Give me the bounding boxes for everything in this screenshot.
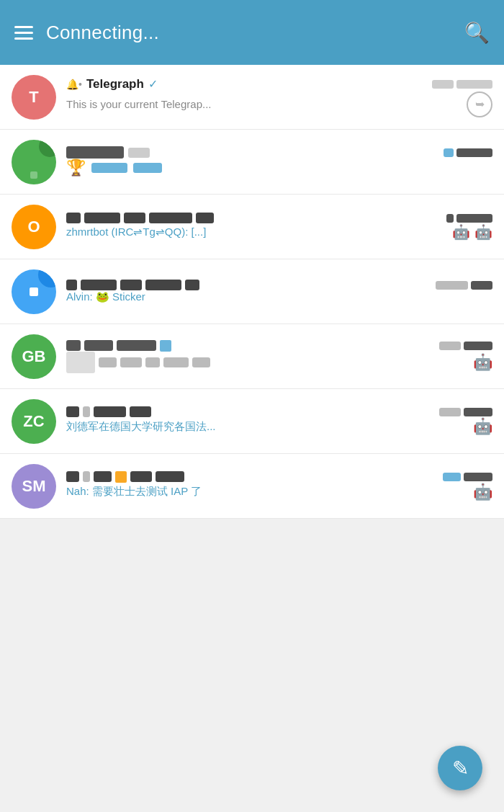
- chat-item-6[interactable]: ZC 刘德军在德: [0, 389, 504, 454]
- chat-name-telegraph: Telegraph: [86, 77, 144, 92]
- blur-4b: [81, 280, 117, 290]
- header-left: Connecting...: [14, 22, 159, 44]
- chat-content-6: 刘德军在德国大学研究各国法... 🤖: [66, 406, 492, 436]
- blur-5c: [117, 340, 156, 351]
- blur-6c: [94, 406, 126, 417]
- preview-blur-2b: [133, 163, 162, 173]
- avatar-4: [12, 269, 56, 314]
- chat-meta-6: [439, 408, 492, 416]
- chat-item-4[interactable]: Alvin: 🐸 Sticker: [0, 259, 504, 324]
- preview-blur-2a: [91, 163, 127, 173]
- bot-icon-3b: 🤖: [474, 223, 492, 241]
- chat-content-2: 🏆: [66, 146, 492, 177]
- blur-5g: [145, 357, 160, 367]
- muted-icon: 🔔•: [66, 79, 82, 90]
- chat-meta-7: [443, 473, 492, 481]
- bot-icon-7: 🤖: [473, 483, 492, 501]
- avatar-2: [12, 140, 56, 184]
- chat-meta-4: [436, 281, 492, 290]
- chat-list: T 🔔• Telegraph ✓ This is your current Te…: [0, 65, 504, 519]
- chat-content-3: zhmrtbot (IRC⇌Tg⇌QQ): [...] 🤖 🤖: [66, 213, 492, 241]
- chat-name-blurred-2b: [128, 148, 150, 158]
- blur-5h: [163, 357, 189, 367]
- chat-preview-telegraph: This is your current Telegrap...: [66, 98, 211, 110]
- blur-5a: [66, 340, 81, 351]
- avatar-6: ZC: [12, 399, 56, 444]
- chat-content-4: Alvin: 🐸 Sticker: [66, 280, 492, 303]
- blur-4d: [145, 280, 181, 290]
- blur-5b: [84, 340, 113, 351]
- blur-3d: [149, 213, 192, 223]
- flag-icon-7: [115, 471, 127, 483]
- forward-button[interactable]: ➥: [467, 92, 492, 117]
- chat-preview-6: 刘德军在德国大学研究各国法...: [66, 420, 216, 434]
- blur-5d: [160, 340, 171, 352]
- blur-3c: [124, 213, 145, 223]
- chat-meta-2: [444, 148, 492, 157]
- header-title: Connecting...: [46, 22, 159, 44]
- chat-item-2[interactable]: 🏆: [0, 130, 504, 195]
- chat-content-7: Nah: 需要壮士去测试 IAP 了 🤖: [66, 471, 492, 501]
- blur-7a: [66, 471, 79, 482]
- compose-fab[interactable]: ✎: [438, 746, 482, 790]
- bot-icon-6: 🤖: [473, 417, 492, 436]
- avatar-7: SM: [12, 464, 56, 509]
- preview-thumb-5: [66, 352, 95, 373]
- app-header: Connecting... 🔍: [0, 0, 504, 65]
- blur-3e: [196, 213, 214, 223]
- chat-item-7[interactable]: SM: [0, 454, 504, 519]
- chat-content-5: 🤖: [66, 340, 492, 373]
- chat-content-telegraph: 🔔• Telegraph ✓ This is your current Tele…: [66, 77, 492, 117]
- blur-5f: [120, 357, 142, 367]
- blur-7b: [83, 471, 90, 482]
- bot-icon-3: 🤖: [452, 223, 470, 241]
- emoji-preview-2: 🏆: [66, 159, 86, 177]
- menu-button[interactable]: [14, 26, 33, 40]
- avatar-5: GB: [12, 334, 56, 379]
- avatar-4-inner: [30, 287, 38, 296]
- blur-6a: [66, 406, 79, 417]
- chat-meta-5: [439, 342, 492, 350]
- chat-item-telegraph[interactable]: T 🔔• Telegraph ✓ This is your current Te…: [0, 65, 504, 130]
- blur-4a: [66, 280, 77, 290]
- blur-7d: [130, 471, 152, 482]
- blur-3b: [84, 213, 120, 223]
- blur-5e: [99, 357, 117, 367]
- blur-6d: [130, 406, 151, 417]
- blur-3a: [66, 213, 81, 223]
- blur-7c: [94, 471, 112, 482]
- search-button[interactable]: 🔍: [464, 21, 490, 45]
- blur-5i: [192, 357, 210, 367]
- blur-7e: [156, 471, 184, 482]
- blur-4c: [120, 280, 142, 290]
- blur-6b: [83, 406, 90, 417]
- chat-preview-4: Alvin: 🐸 Sticker: [66, 290, 145, 303]
- compose-icon: ✎: [452, 757, 469, 780]
- chat-preview-3: zhmrtbot (IRC⇌Tg⇌QQ): [...]: [66, 226, 206, 238]
- chat-preview-7: Nah: 需要壮士去测试 IAP 了: [66, 485, 202, 499]
- chat-name-blurred-2: [66, 146, 124, 159]
- avatar-3: O: [12, 205, 56, 249]
- verified-badge: ✓: [148, 77, 158, 91]
- blur-4e: [185, 280, 199, 290]
- chat-meta-telegraph: [432, 80, 492, 89]
- chat-item-5[interactable]: GB: [0, 324, 504, 389]
- avatar-telegraph: T: [12, 75, 56, 120]
- bot-icon-5: 🤖: [473, 353, 492, 372]
- chat-meta-3: [446, 214, 492, 223]
- chat-item-3[interactable]: O: [0, 195, 504, 259]
